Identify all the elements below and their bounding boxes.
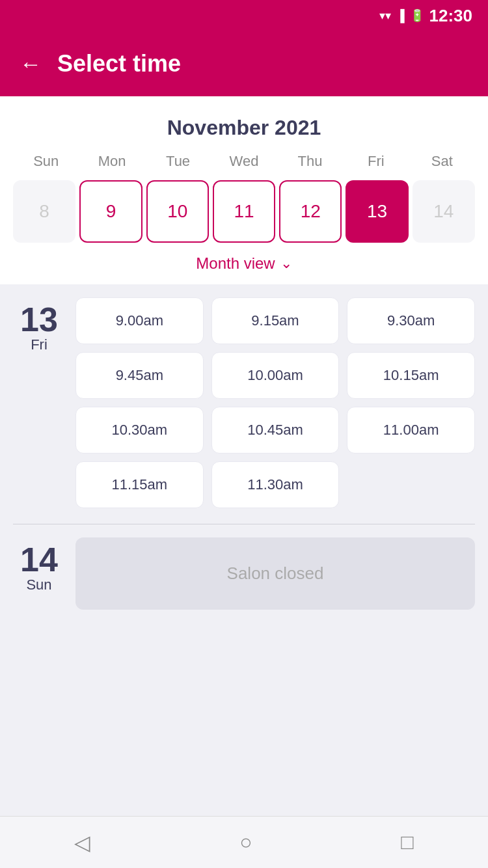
day-cell-9[interactable]: 9 [79,180,142,243]
day-cell-13[interactable]: 13 [346,180,408,243]
slot-9-00am[interactable]: 9.00am [75,297,204,344]
slots-grid-13: 9.00am 9.15am 9.30am 9.45am 10.00am 10.1… [75,297,475,508]
day-header-mon: Mon [79,150,144,172]
slot-11-00am[interactable]: 11.00am [347,407,475,454]
battery-icon: 🔋 [410,8,424,23]
status-bar: ▾▾ ▐ 🔋 12:30 [0,0,488,31]
section-divider [13,524,475,524]
slot-10-30am[interactable]: 10.30am [75,407,204,454]
day-cell-12[interactable]: 12 [279,180,342,243]
day-cell-10[interactable]: 10 [146,180,209,243]
day-number-13: 13 [20,303,58,336]
status-time: 12:30 [429,6,473,26]
nav-home-button[interactable]: ○ [220,824,271,861]
slot-9-15am[interactable]: 9.15am [211,297,340,344]
day-header-wed: Wed [211,150,277,172]
day-number-14: 14 [20,543,58,576]
day-header-tue: Tue [145,150,211,172]
timeslots-section: 13 Fri 9.00am 9.15am 9.30am 9.45am 10.00… [0,284,488,623]
slot-11-30am[interactable]: 11.30am [211,461,340,508]
day-header-sun: Sun [13,150,79,172]
chevron-down-icon: ⌄ [280,255,292,272]
slot-10-15am[interactable]: 10.15am [347,352,475,399]
day-cell-8[interactable]: 8 [13,180,75,243]
day-header-fri: Fri [343,150,409,172]
day-headers: Sun Mon Tue Wed Thu Fri Sat [13,150,475,172]
header: ← Select time [0,31,488,96]
day-section-13: 13 Fri 9.00am 9.15am 9.30am 9.45am 10.00… [13,297,475,508]
signal-icon: ▐ [396,9,405,23]
month-view-toggle[interactable]: Month view ⌄ [13,245,475,284]
month-year: November 2021 [13,109,475,150]
day-cell-11[interactable]: 11 [213,180,275,243]
slot-9-45am[interactable]: 9.45am [75,352,204,399]
calendar-section: November 2021 Sun Mon Tue Wed Thu Fri Sa… [0,96,488,284]
day-header-thu: Thu [277,150,343,172]
month-view-label: Month view [196,254,275,273]
slot-11-15am[interactable]: 11.15am [75,461,204,508]
back-button[interactable]: ← [20,53,42,75]
day-label-13: 13 Fri [13,297,65,353]
day-header-sat: Sat [409,150,475,172]
slot-9-30am[interactable]: 9.30am [347,297,475,344]
wifi-icon: ▾▾ [379,8,391,23]
nav-recent-button[interactable]: □ [381,824,433,861]
day-section-14: 14 Sun Salon closed [13,537,475,610]
day-label-14: 14 Sun [13,537,65,593]
slot-10-45am[interactable]: 10.45am [211,407,340,454]
slot-10-00am[interactable]: 10.00am [211,352,340,399]
day-name-sun: Sun [26,576,51,593]
salon-closed-label: Salon closed [227,563,324,583]
status-icons: ▾▾ ▐ 🔋 12:30 [379,6,472,26]
page-title: Select time [57,50,181,77]
day-cells: 8 9 10 11 12 13 14 [13,180,475,245]
day-name-fri: Fri [31,336,47,353]
nav-back-button[interactable]: ◁ [55,824,110,861]
day-cell-14[interactable]: 14 [413,180,475,243]
bottom-nav: ◁ ○ □ [0,816,488,868]
salon-closed-box: Salon closed [75,537,475,610]
